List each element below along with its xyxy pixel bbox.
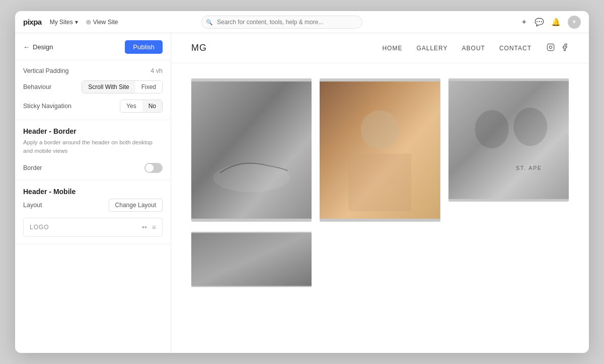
avatar-chevron: ▾ bbox=[573, 19, 576, 25]
site-social bbox=[547, 43, 569, 53]
chat-icon[interactable]: 💬 bbox=[535, 18, 544, 27]
view-site-label: View Site bbox=[93, 19, 118, 26]
back-to-design[interactable]: ← Design bbox=[23, 43, 53, 51]
border-section-title: Header - Border bbox=[23, 127, 163, 135]
svg-point-10 bbox=[475, 110, 508, 149]
gallery-col-2 bbox=[320, 78, 440, 287]
search-bar: 🔍 bbox=[201, 16, 362, 29]
border-toggle[interactable] bbox=[144, 163, 163, 173]
nav-gallery[interactable]: GALLERY bbox=[416, 45, 447, 52]
logo-label: LOGO bbox=[30, 224, 49, 231]
border-slider bbox=[144, 163, 163, 173]
layout-row: Layout Change Layout bbox=[23, 199, 163, 212]
publish-button[interactable]: Publish bbox=[125, 40, 163, 54]
nav-contact[interactable]: CONTACT bbox=[499, 45, 532, 52]
gallery-image-4[interactable] bbox=[191, 232, 312, 287]
back-arrow-icon: ← bbox=[23, 43, 30, 51]
logo-menu-icon[interactable]: ≡ bbox=[152, 223, 156, 231]
vertical-padding-row: Vertical Padding 4 vh bbox=[23, 67, 163, 74]
svg-point-1 bbox=[549, 46, 552, 48]
header-border-section: Header - Border Apply a border around th… bbox=[15, 120, 171, 180]
svg-rect-5 bbox=[191, 233, 312, 286]
behaviour-toggle-group: Scroll With Site Fixed bbox=[82, 80, 163, 94]
gallery-area: ST. APE bbox=[171, 63, 589, 353]
sticky-nav-no-btn[interactable]: No bbox=[142, 100, 162, 112]
sun-icon[interactable]: ✦ bbox=[521, 18, 527, 27]
mobile-section-title: Header - Mobile bbox=[23, 188, 163, 196]
svg-point-7 bbox=[361, 111, 400, 149]
logo-row: LOGO •• ≡ bbox=[23, 218, 163, 237]
sticky-nav-row: Sticky Navigation Yes No bbox=[23, 100, 163, 113]
gallery-image-3[interactable]: ST. APE bbox=[448, 78, 569, 202]
gallery-grid: ST. APE bbox=[191, 78, 569, 287]
app-logo: pixpa bbox=[23, 18, 42, 26]
svg-rect-0 bbox=[547, 44, 554, 50]
site-header: MG HOME GALLERY ABOUT CONTACT bbox=[171, 33, 589, 63]
svg-rect-8 bbox=[349, 154, 411, 212]
border-label: Border bbox=[23, 164, 42, 171]
sticky-nav-toggle-group: Yes No bbox=[120, 100, 163, 113]
back-label: Design bbox=[33, 43, 53, 51]
behaviour-label: Behaviour bbox=[23, 83, 51, 90]
panel-header: ← Design Publish bbox=[15, 33, 171, 60]
svg-text:ST. APE: ST. APE bbox=[516, 165, 542, 171]
header-mobile-section: Header - Mobile Layout Change Layout LOG… bbox=[15, 180, 171, 244]
logo-actions: •• ≡ bbox=[142, 223, 156, 231]
bell-icon[interactable]: 🔔 bbox=[551, 18, 561, 27]
eye-icon: ◎ bbox=[86, 19, 91, 25]
my-sites-menu[interactable]: My Sites ▾ bbox=[50, 19, 78, 26]
vertical-padding-section: Vertical Padding 4 vh Behaviour Scroll W… bbox=[15, 60, 171, 120]
behaviour-fixed-btn[interactable]: Fixed bbox=[135, 81, 162, 93]
nav-home[interactable]: HOME bbox=[382, 45, 402, 52]
site-nav: HOME GALLERY ABOUT CONTACT bbox=[382, 45, 532, 52]
user-avatar[interactable]: ▾ bbox=[568, 16, 581, 29]
sticky-nav-label: Sticky Navigation bbox=[23, 103, 71, 110]
vertical-padding-label: Vertical Padding bbox=[23, 67, 68, 74]
behaviour-row: Behaviour Scroll With Site Fixed bbox=[23, 80, 163, 94]
gallery-image-2[interactable] bbox=[320, 78, 440, 222]
svg-point-11 bbox=[513, 108, 547, 146]
preview-area: MG HOME GALLERY ABOUT CONTACT bbox=[171, 33, 589, 353]
search-icon: 🔍 bbox=[206, 19, 213, 25]
site-logo: MG bbox=[191, 43, 207, 53]
top-bar: pixpa My Sites ▾ ◎ View Site 🔍 ✦ 💬 🔔 ▾ bbox=[15, 11, 589, 33]
my-sites-label: My Sites bbox=[50, 19, 73, 26]
app-container: pixpa My Sites ▾ ◎ View Site 🔍 ✦ 💬 🔔 ▾ bbox=[15, 11, 589, 353]
nav-about[interactable]: ABOUT bbox=[462, 45, 485, 52]
layout-label: Layout bbox=[23, 202, 42, 209]
gallery-image-1[interactable] bbox=[191, 78, 312, 222]
svg-point-2 bbox=[552, 45, 553, 46]
sticky-nav-yes-btn[interactable]: Yes bbox=[120, 100, 142, 112]
gallery-col-1 bbox=[191, 78, 312, 287]
behaviour-scroll-btn[interactable]: Scroll With Site bbox=[82, 81, 135, 93]
view-site-link[interactable]: ◎ View Site bbox=[86, 19, 118, 26]
border-section-desc: Apply a border around the header on both… bbox=[23, 138, 163, 156]
svg-rect-9 bbox=[448, 81, 569, 199]
instagram-icon[interactable] bbox=[547, 43, 555, 53]
top-bar-actions: ✦ 💬 🔔 ▾ bbox=[521, 16, 581, 29]
border-row: Border bbox=[23, 163, 163, 173]
vertical-padding-value: 4 vh bbox=[150, 67, 163, 74]
gallery-col-3: ST. APE bbox=[448, 78, 569, 287]
my-sites-chevron: ▾ bbox=[75, 19, 78, 26]
main-area: ← Design Publish Vertical Padding 4 vh B… bbox=[15, 33, 589, 353]
left-panel: ← Design Publish Vertical Padding 4 vh B… bbox=[15, 33, 171, 353]
change-layout-button[interactable]: Change Layout bbox=[109, 199, 163, 212]
logo-dots-icon[interactable]: •• bbox=[142, 223, 147, 231]
search-input[interactable] bbox=[201, 16, 362, 29]
facebook-icon[interactable] bbox=[561, 43, 569, 53]
svg-rect-3 bbox=[191, 81, 312, 219]
